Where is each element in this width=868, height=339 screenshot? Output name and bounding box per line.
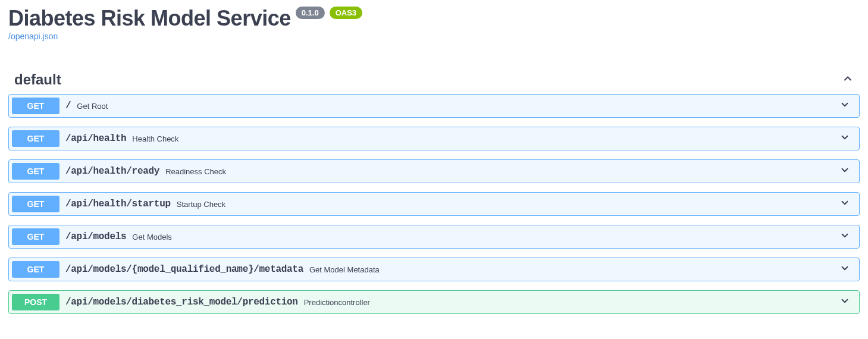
api-title: Diabetes Risk Model Service <box>8 6 291 31</box>
operation-row[interactable]: GET/api/modelsGet Models <box>8 225 860 249</box>
operation-path: /api/health/ready <box>65 166 159 177</box>
operation-summary: Startup Check <box>177 200 225 209</box>
operation-row[interactable]: GET/Get Root <box>8 94 860 118</box>
operation-path: /api/models <box>65 231 126 242</box>
method-badge: GET <box>12 196 59 212</box>
tag-section: default GET/Get RootGET/api/healthHealth… <box>8 65 860 314</box>
chevron-down-icon <box>839 197 856 211</box>
title-row: Diabetes Risk Model Service 0.1.0 OAS3 <box>8 6 860 31</box>
operation-summary: Get Model Metadata <box>309 265 380 274</box>
operation-summary: Get Root <box>77 102 108 111</box>
tag-name: default <box>14 71 61 88</box>
operation-row[interactable]: GET/api/health/startupStartup Check <box>8 192 860 216</box>
operation-row[interactable]: GET/api/healthHealth Check <box>8 127 860 150</box>
method-badge: GET <box>12 261 59 278</box>
method-badge: POST <box>12 294 59 310</box>
chevron-down-icon <box>839 263 856 276</box>
method-badge: GET <box>12 163 59 180</box>
operation-row[interactable]: GET/api/health/readyReadiness Check <box>8 159 860 183</box>
version-badge: 0.1.0 <box>296 7 325 19</box>
operation-path: /api/health <box>65 133 126 144</box>
api-header: Diabetes Risk Model Service 0.1.0 OAS3 /… <box>8 6 860 42</box>
operation-summary: Health Check <box>132 134 178 143</box>
oas-badge: OAS3 <box>330 7 362 19</box>
operation-path: / <box>65 101 71 111</box>
operation-path: /api/health/startup <box>65 199 171 209</box>
operation-row[interactable]: GET/api/models/{model_qualified_name}/me… <box>8 258 860 281</box>
chevron-down-icon <box>839 132 856 145</box>
chevron-down-icon <box>839 230 856 243</box>
method-badge: GET <box>12 130 59 147</box>
chevron-down-icon <box>839 165 856 178</box>
operation-path: /api/models/{model_qualified_name}/metad… <box>65 264 303 275</box>
operations-list: GET/Get RootGET/api/healthHealth CheckGE… <box>8 94 860 314</box>
operation-summary: Predictioncontroller <box>304 298 370 307</box>
chevron-down-icon <box>839 296 856 309</box>
tag-header[interactable]: default <box>8 65 860 94</box>
operation-path: /api/models/diabetes_risk_model/predicti… <box>65 297 298 307</box>
operation-summary: Get Models <box>132 233 171 241</box>
method-badge: GET <box>12 228 59 245</box>
operation-row[interactable]: POST/api/models/diabetes_risk_model/pred… <box>8 290 860 314</box>
chevron-down-icon <box>839 99 856 112</box>
chevron-up-icon <box>842 73 854 87</box>
operation-summary: Readiness Check <box>165 167 226 176</box>
method-badge: GET <box>12 98 59 114</box>
spec-link[interactable]: /openapi.json <box>8 32 58 41</box>
